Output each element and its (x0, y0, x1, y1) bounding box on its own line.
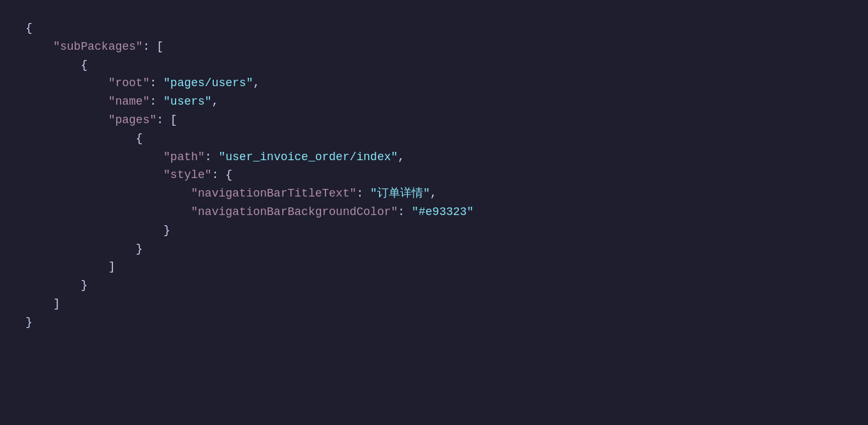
code-line: "root": "pages/users", (26, 74, 842, 93)
key-token: "style" (163, 168, 212, 181)
code-viewer: { "subPackages": [ { "root": "pages/user… (26, 19, 842, 332)
punctuation-token: { (136, 132, 143, 145)
code-line: } (26, 240, 842, 258)
string-value-token: "pages/users" (163, 77, 253, 89)
key-token: "navigationBarTitleText" (191, 187, 356, 200)
code-line: } (26, 276, 842, 295)
code-line: "pages": [ (26, 111, 842, 130)
punctuation-token: : [ (143, 40, 163, 53)
key-token: "pages" (108, 114, 157, 126)
code-line: { (26, 56, 842, 75)
punctuation-token: } (163, 224, 170, 237)
code-line: ] (26, 295, 842, 313)
string-value-token: "#e93323" (412, 205, 474, 218)
code-line: } (26, 313, 842, 332)
punctuation-token: } (80, 279, 87, 292)
key-token: "path" (163, 151, 205, 163)
code-line: { (26, 130, 842, 148)
punctuation-token: : (357, 187, 371, 200)
punctuation-token: ] (108, 260, 116, 273)
punctuation-token: : [ (156, 114, 177, 126)
key-token: "navigationBarBackgroundColor" (191, 205, 398, 218)
code-line: ] (26, 258, 842, 276)
punctuation-token: , (212, 95, 219, 108)
string-value-token: "users" (163, 95, 212, 108)
code-line: "subPackages": [ (26, 38, 842, 56)
punctuation-token: : (205, 151, 219, 163)
punctuation-token: } (26, 316, 33, 329)
punctuation-token: { (26, 22, 33, 34)
punctuation-token: , (398, 151, 405, 163)
code-line: } (26, 221, 842, 240)
key-token: "subPackages" (53, 40, 142, 53)
punctuation-token: } (136, 242, 143, 255)
key-token: "root" (108, 77, 150, 89)
punctuation-token: ] (53, 297, 60, 310)
code-line: "style": { (26, 166, 842, 184)
punctuation-token: , (253, 77, 260, 89)
punctuation-token: , (430, 187, 437, 200)
string-value-token: "订单详情" (370, 187, 430, 200)
string-value-token: "user_invoice_order/index" (218, 151, 398, 163)
punctuation-token: : (398, 205, 412, 218)
code-line: "navigationBarTitleText": "订单详情", (26, 184, 842, 203)
punctuation-token: : (149, 95, 163, 108)
code-line: "name": "users", (26, 93, 842, 111)
code-line: "navigationBarBackgroundColor": "#e93323… (26, 203, 842, 221)
code-line: { (26, 19, 842, 38)
punctuation-token: : (149, 77, 163, 89)
key-token: "name" (108, 95, 150, 108)
code-line: "path": "user_invoice_order/index", (26, 148, 842, 167)
punctuation-token: : { (212, 168, 232, 181)
punctuation-token: { (80, 59, 87, 71)
